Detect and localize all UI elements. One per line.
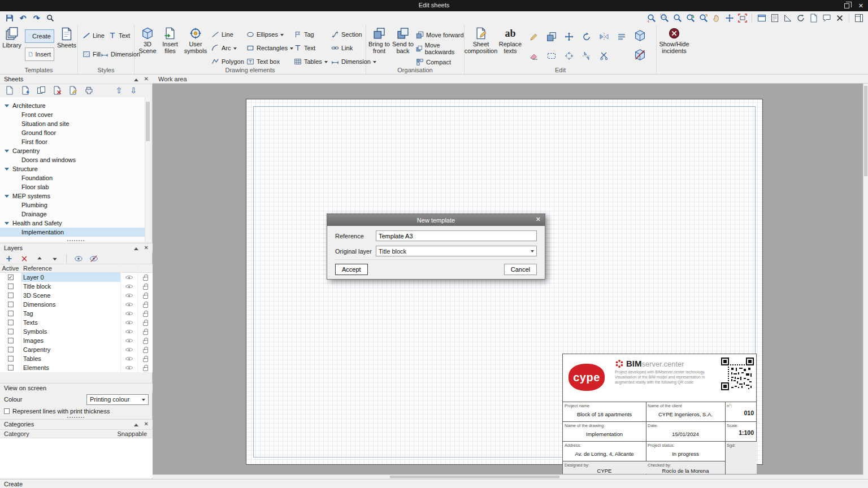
- library-button[interactable]: Library: [1, 27, 23, 49]
- replace-texts-button[interactable]: ab Replace texts: [497, 27, 523, 54]
- move-icon[interactable]: [563, 30, 575, 42]
- eye-icon[interactable]: [125, 301, 133, 308]
- layer-row[interactable]: Symbols: [0, 327, 153, 336]
- eye-icon[interactable]: [125, 283, 133, 290]
- tree-section-health-safety[interactable]: Health and Safety: [0, 219, 145, 228]
- horizontal-scrollbar[interactable]: [153, 474, 863, 479]
- collapse-panel-icon[interactable]: [134, 245, 138, 250]
- close-panel-icon[interactable]: ✕: [144, 245, 149, 251]
- tree-section-architecture[interactable]: Architecture: [0, 101, 145, 110]
- lock-icon[interactable]: [143, 331, 148, 335]
- layer-active-checkbox[interactable]: [8, 284, 14, 289]
- tree-item[interactable]: Plumbing: [0, 201, 145, 210]
- layer-active-checkbox[interactable]: [8, 274, 14, 280]
- lock-icon[interactable]: [143, 358, 148, 362]
- tree-section-carpentry[interactable]: Carpentry: [0, 146, 145, 155]
- comments-icon[interactable]: [821, 12, 832, 24]
- copy-icon[interactable]: [545, 30, 557, 42]
- layer-row[interactable]: Images: [0, 336, 153, 345]
- delete-layer-icon[interactable]: [18, 252, 30, 264]
- print-preview-icon[interactable]: [769, 12, 780, 24]
- layer-row[interactable]: Layer 0: [0, 273, 153, 282]
- zoom-previous-icon[interactable]: [645, 12, 657, 24]
- lock-icon[interactable]: [143, 313, 148, 317]
- dropdown-arrow-icon[interactable]: [324, 61, 328, 65]
- close-edit-icon[interactable]: [834, 12, 845, 24]
- draw-link-button[interactable]: Link: [331, 42, 353, 54]
- move-layer-down-icon[interactable]: [49, 252, 60, 264]
- lock-icon[interactable]: [143, 286, 148, 290]
- collapse-panel-icon[interactable]: [134, 76, 138, 81]
- reference-input[interactable]: [376, 230, 537, 241]
- print-sheet-icon[interactable]: [83, 85, 94, 97]
- move-sheet-up-icon[interactable]: ⇧: [116, 86, 123, 94]
- zoom-all-icon[interactable]: [671, 12, 683, 24]
- tree-item[interactable]: Ground floor: [0, 128, 145, 137]
- chevron-down-icon[interactable]: [5, 150, 9, 155]
- draw-line-button[interactable]: Line: [211, 29, 233, 40]
- chevron-down-icon[interactable]: [5, 104, 9, 110]
- tree-section-mep-systems[interactable]: MEP systems: [0, 191, 145, 201]
- insert-files-button[interactable]: Insert files: [159, 27, 181, 54]
- zoom-window-icon[interactable]: [658, 12, 670, 24]
- cube-hidden-icon[interactable]: [634, 49, 646, 60]
- compact-button[interactable]: Compact: [416, 56, 451, 68]
- layout-panels-icon[interactable]: [853, 12, 865, 24]
- layer-active-checkbox[interactable]: [8, 347, 14, 352]
- tree-item[interactable]: Drainage: [0, 210, 145, 219]
- draw-tag-button[interactable]: Tag: [294, 29, 314, 40]
- bring-to-front-button[interactable]: Bring to front: [368, 27, 390, 54]
- layer-active-checkbox[interactable]: [8, 365, 14, 371]
- redo-button[interactable]: ↷: [31, 12, 42, 24]
- edit-sheet-icon[interactable]: [67, 85, 79, 97]
- show-all-layers-icon[interactable]: [72, 252, 84, 264]
- tree-item[interactable]: Foundation: [0, 173, 145, 182]
- draw-rectangles-button[interactable]: Rectangles: [246, 42, 293, 54]
- eye-icon[interactable]: [125, 364, 133, 371]
- layer-row[interactable]: Tables: [0, 354, 153, 363]
- sheets-tree-scrollbar[interactable]: [145, 97, 150, 242]
- fill-style-button[interactable]: Fill: [83, 49, 101, 60]
- mirror-horizontal-icon[interactable]: [580, 50, 592, 62]
- close-panel-icon[interactable]: ✕: [144, 76, 149, 82]
- center-target-icon[interactable]: [563, 50, 575, 62]
- eye-icon[interactable]: [125, 292, 133, 299]
- eye-icon[interactable]: [125, 346, 133, 353]
- copy-sheet-icon[interactable]: [35, 85, 47, 97]
- panel-splitter[interactable]: [67, 416, 85, 419]
- tree-item[interactable]: Doors and windows: [0, 155, 145, 164]
- capture-view-icon[interactable]: [736, 12, 748, 24]
- dropdown-arrow-icon[interactable]: [290, 47, 293, 51]
- layer-row[interactable]: Tag: [0, 309, 153, 318]
- user-symbols-button[interactable]: User symbols: [183, 27, 208, 54]
- create-button[interactable]: Create: [25, 29, 54, 43]
- layer-row[interactable]: Dimensions: [0, 300, 153, 309]
- tree-item[interactable]: Front cover: [0, 110, 145, 119]
- search-icon[interactable]: [44, 12, 56, 24]
- tree-item[interactable]: Floor slab: [0, 182, 145, 191]
- eye-icon[interactable]: [125, 355, 133, 362]
- panel-splitter[interactable]: [67, 239, 85, 242]
- move-forward-button[interactable]: Move forward: [416, 29, 464, 41]
- add-layer-icon[interactable]: [3, 252, 15, 264]
- marquee-icon[interactable]: [545, 50, 557, 62]
- lock-icon[interactable]: [143, 295, 148, 299]
- new-sheet-icon[interactable]: [3, 85, 15, 97]
- 3d-scene-button[interactable]: 3D Scene: [137, 27, 158, 54]
- vertical-scrollbar[interactable]: [863, 84, 868, 474]
- layer-row[interactable]: Texts: [0, 318, 153, 327]
- layer-active-checkbox[interactable]: [8, 338, 14, 343]
- colour-select[interactable]: Printing colour: [86, 394, 149, 405]
- draw-text-button[interactable]: Text: [294, 42, 315, 54]
- move-layer-up-icon[interactable]: [33, 252, 45, 264]
- layer-row[interactable]: Elements: [0, 363, 153, 372]
- accept-button[interactable]: Accept: [335, 264, 368, 275]
- sheet-composition-button[interactable]: Sheet composition: [467, 27, 495, 54]
- layer-row[interactable]: Carpentry: [0, 345, 153, 354]
- dropdown-arrow-icon[interactable]: [233, 47, 237, 51]
- trim-icon[interactable]: [598, 50, 610, 62]
- layer-active-checkbox[interactable]: [8, 356, 14, 361]
- undo-button[interactable]: ↶: [17, 12, 29, 24]
- dialog-title-bar[interactable]: New template ✕: [327, 214, 545, 226]
- eye-icon[interactable]: [125, 319, 133, 326]
